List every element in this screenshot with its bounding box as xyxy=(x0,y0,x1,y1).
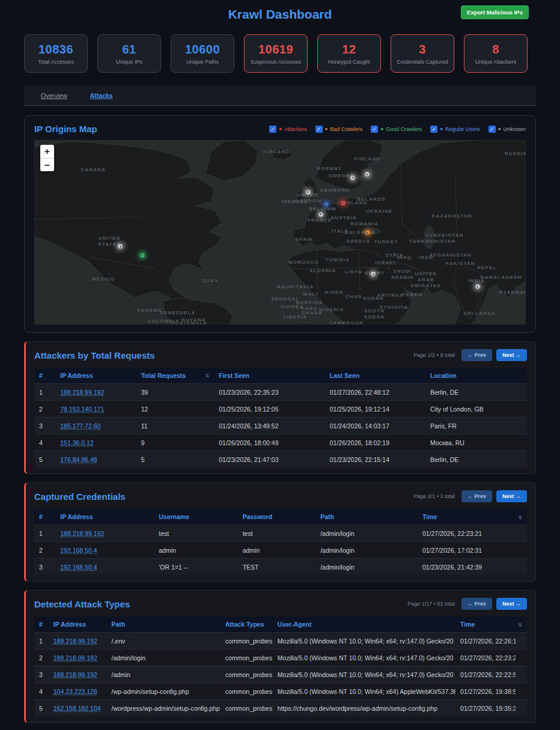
zoom-in-button[interactable]: + xyxy=(40,145,54,158)
map-legend-item[interactable]: ✓ ● Attackers xyxy=(269,126,306,133)
map-marker-unknown[interactable] xyxy=(371,272,376,276)
col-sort: ⇅ xyxy=(516,616,527,633)
attack-types-cell: common_probes xyxy=(221,683,273,700)
path-cell: /admin/login xyxy=(315,559,418,576)
rank-cell: 1 xyxy=(34,384,55,401)
legend-label: Regular Users xyxy=(445,126,480,132)
first-seen-cell: 01/25/2026, 19:12:05 xyxy=(214,401,325,418)
legend-checkbox[interactable]: ✓ xyxy=(488,126,496,133)
legend-dot-icon: ● xyxy=(380,126,383,132)
stat-card: 61 Unique IPs xyxy=(97,34,161,73)
sort-icon[interactable]: ⇅ xyxy=(205,373,210,379)
map-marker-unknown[interactable] xyxy=(118,245,123,249)
first-seen-cell: 01/23/2026, 22:35:23 xyxy=(214,384,325,401)
col-username: Username xyxy=(154,509,237,525)
last-seen-cell: 01/26/2026, 18:02:19 xyxy=(325,434,425,451)
ip-link[interactable]: 188.218.99.192 xyxy=(53,671,97,678)
ip-link[interactable]: 162.158.182.104 xyxy=(53,705,101,712)
top-bar: Krawl Dashboard Export Malicious IPs xyxy=(0,0,560,29)
map-marker-attacker[interactable] xyxy=(341,201,345,205)
tab-overview[interactable]: Overview xyxy=(41,92,67,99)
ip-link[interactable]: 188.218.99.192 xyxy=(53,654,97,662)
prev-page-button[interactable]: ← Prev xyxy=(461,490,492,502)
password-cell: TEST xyxy=(238,559,316,576)
col-last-seen: Last Seen xyxy=(325,368,425,384)
ip-link[interactable]: 78.153.140.171 xyxy=(60,406,104,413)
next-page-button[interactable]: Next → xyxy=(496,349,527,361)
stat-card: 10619 Suspicious Accesses xyxy=(244,34,308,73)
stat-value: 61 xyxy=(122,43,136,56)
attack-types-cell: common_probes xyxy=(221,700,273,717)
map-marker-bad-crawler[interactable] xyxy=(365,231,370,235)
table-row: 4 104.23.223.128 /wp-admin/setup-config.… xyxy=(34,683,527,700)
last-seen-cell: 01/24/2026, 14:03:17 xyxy=(325,418,425,434)
ip-link[interactable]: 151.36.0.12 xyxy=(60,439,93,446)
map-marker-unknown[interactable] xyxy=(351,175,355,180)
ip-origins-map-card: IP Origins Map ✓ ● Attackers ✓ ● Bad Cra… xyxy=(24,115,536,333)
map-marker-good-crawler[interactable] xyxy=(140,253,144,257)
map-marker-unknown[interactable] xyxy=(475,285,479,289)
prev-page-button[interactable]: ← Prev xyxy=(461,349,492,361)
map-marker-unknown[interactable] xyxy=(306,190,310,194)
user-agent-cell: Mozilla/5.0 (Windows NT 10.0; Win64; x64… xyxy=(273,683,455,700)
path-cell: /.env xyxy=(107,633,221,649)
ip-link[interactable]: 188.218.99.192 xyxy=(60,530,104,537)
time-cell: 01/27/2026, 22:23:21 xyxy=(455,649,516,666)
col-total-requests: Total Requests⇅ xyxy=(136,368,215,384)
location-cell: Berlin, DE xyxy=(425,451,527,468)
legend-dot-icon: ● xyxy=(279,126,282,132)
requests-cell: 11 xyxy=(136,418,215,434)
ip-link[interactable]: 185.177.72.60 xyxy=(60,422,100,430)
stat-label: Honeypot Caught xyxy=(328,59,370,65)
location-cell: City of London, GB xyxy=(425,401,527,418)
ip-link[interactable]: 192.168.50.4 xyxy=(60,564,97,571)
zoom-out-button[interactable]: − xyxy=(40,158,54,171)
map-legend-item[interactable]: ✓ ● Bad Crawlers xyxy=(315,126,363,133)
map-legend-item[interactable]: ✓ ● Good Crawlers xyxy=(371,126,422,133)
stat-label: Unique Attackers xyxy=(475,59,516,65)
col-path: Path xyxy=(107,616,221,633)
location-cell: Berlin, DE xyxy=(425,384,527,401)
time-cell: 01/27/2026, 17:02:31 xyxy=(418,542,516,559)
map-marker-regular-user[interactable] xyxy=(324,202,328,207)
col-rank: # xyxy=(34,368,55,384)
next-page-button[interactable]: Next → xyxy=(496,490,527,502)
tab-attacks[interactable]: Attacks xyxy=(90,92,113,99)
first-seen-cell: 01/24/2026, 13:49:52 xyxy=(214,418,325,434)
path-cell: /wordpress/wp-admin/setup-config.php xyxy=(107,700,221,717)
attack-types-cell: common_probes xyxy=(221,666,273,683)
world-map[interactable]: CANADA ICELAND UNITED STATES MEXICO CUBA… xyxy=(34,140,526,324)
page-info: Page 1/17 • 81 total xyxy=(407,601,455,607)
next-page-button[interactable]: Next → xyxy=(496,598,527,610)
legend-checkbox[interactable]: ✓ xyxy=(371,126,378,133)
username-cell: test xyxy=(154,525,237,542)
sort-icon[interactable]: ⇅ xyxy=(518,622,522,628)
stat-value: 10619 xyxy=(258,43,293,56)
ip-link[interactable]: 188.218.99.192 xyxy=(60,389,104,396)
col-time: Time xyxy=(418,509,516,525)
legend-checkbox[interactable]: ✓ xyxy=(269,126,276,133)
map-marker-unknown[interactable] xyxy=(365,172,369,177)
rank-cell: 1 xyxy=(34,525,55,542)
sort-icon[interactable]: ⇅ xyxy=(518,515,522,520)
credentials-panel: Captured Credentials Page 1/1 • 3 total … xyxy=(24,482,536,582)
col-location: Location xyxy=(425,368,527,384)
prev-page-button[interactable]: ← Prev xyxy=(461,598,492,610)
ip-link[interactable]: 188.218.99.192 xyxy=(53,637,97,645)
map-marker-unknown[interactable] xyxy=(318,212,323,216)
rank-cell: 3 xyxy=(34,559,55,576)
stat-card: 10600 Unique Paths xyxy=(171,34,234,73)
legend-checkbox[interactable]: ✓ xyxy=(315,126,323,133)
col-ip: IP Address xyxy=(55,509,154,525)
export-malicious-ips-button[interactable]: Export Malicious IPs xyxy=(461,5,529,19)
map-title: IP Origins Map xyxy=(34,124,97,134)
legend-checkbox[interactable]: ✓ xyxy=(430,126,437,133)
attack-types-pager: Page 1/17 • 81 total ← Prev Next → xyxy=(407,598,527,610)
ip-link[interactable]: 192.168.50.4 xyxy=(60,547,97,554)
rank-cell: 2 xyxy=(34,649,49,666)
map-legend-item[interactable]: ✓ ● Regular Users xyxy=(430,126,479,133)
map-legend-item[interactable]: ✓ ● Unknown xyxy=(488,126,526,133)
credentials-table: # IP Address Username Password Path Time… xyxy=(34,509,527,575)
ip-link[interactable]: 176.84.96.48 xyxy=(60,456,97,463)
ip-link[interactable]: 104.23.223.128 xyxy=(53,688,97,695)
